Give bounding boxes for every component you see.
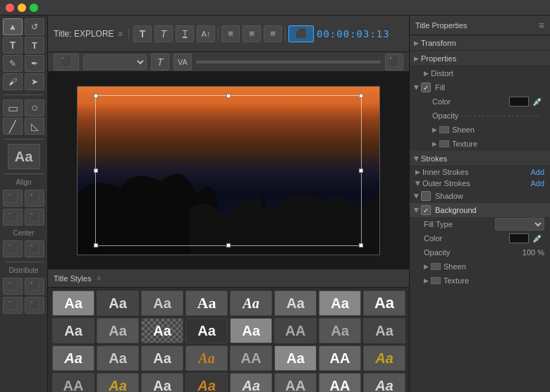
style-item[interactable]: Aa xyxy=(97,318,139,343)
style-item[interactable]: AA xyxy=(319,345,361,371)
style-item[interactable]: Aa xyxy=(230,290,272,316)
bg-sheen-row[interactable]: ▶ Sheen xyxy=(410,259,550,274)
title-menu-icon[interactable]: ≡ xyxy=(118,30,123,38)
sheen-row[interactable]: ▶ Sheen xyxy=(410,123,550,137)
style-item[interactable]: Aa xyxy=(274,290,317,316)
media-btn[interactable]: ⬛ xyxy=(54,54,79,71)
tab-stops-btn[interactable]: ⬛ xyxy=(288,25,314,42)
style-item[interactable]: AA xyxy=(52,373,94,392)
distribute-2[interactable]: ⬛ xyxy=(3,297,23,314)
style-item[interactable]: Aa xyxy=(97,290,139,316)
paint-tool[interactable]: 🖌 xyxy=(3,73,23,90)
style-item[interactable]: Aa xyxy=(185,373,228,392)
line-tool[interactable]: ╱ xyxy=(3,118,23,135)
style-item[interactable]: Aa xyxy=(230,373,272,392)
align-center-btn[interactable]: ≡ xyxy=(243,25,261,42)
shadow-row[interactable]: ▶ Shadow xyxy=(410,189,550,203)
font-size-up[interactable]: A↑ xyxy=(197,25,215,42)
type-style-btn[interactable]: Aa xyxy=(8,144,40,169)
align-center-h[interactable]: ⬛ xyxy=(25,190,44,207)
bg-eyedropper[interactable]: 💉 xyxy=(531,233,544,243)
close-button[interactable] xyxy=(6,4,14,12)
style-item[interactable]: Aa xyxy=(319,318,361,343)
rotate-tool[interactable]: ↺ xyxy=(25,18,44,35)
select-tool[interactable]: ▲ xyxy=(3,18,23,35)
path-tool[interactable]: ✎ xyxy=(3,55,23,72)
style-item[interactable]: Aa xyxy=(230,318,272,343)
maximize-button[interactable] xyxy=(30,4,38,12)
style-item[interactable]: Aa xyxy=(141,345,183,371)
font-style-underline[interactable]: T̲ xyxy=(176,25,194,42)
font-style-bold[interactable]: T xyxy=(133,25,152,42)
properties-section[interactable]: ▶ Properties xyxy=(410,51,550,66)
ellipse-tool[interactable]: ○ xyxy=(25,99,44,116)
align-right-btn[interactable]: ≡ xyxy=(264,25,282,42)
style-item[interactable]: Aa xyxy=(141,290,183,316)
shadow-checkbox[interactable] xyxy=(421,191,431,201)
style-item[interactable]: Aa xyxy=(185,345,228,371)
style-item[interactable]: Aa xyxy=(52,345,94,371)
fill-checkbox[interactable] xyxy=(421,82,431,92)
distribute-3[interactable]: ⬛ xyxy=(25,297,44,314)
transform-label: Transform xyxy=(421,39,456,47)
inner-strokes-row: ▶ Inner Strokes Add xyxy=(410,166,550,178)
minimize-button[interactable] xyxy=(18,4,26,12)
arrow-tool[interactable]: ➤ xyxy=(25,73,44,90)
distribute-v[interactable]: ⬛ xyxy=(25,278,44,295)
wedge-tool[interactable]: ◺ xyxy=(25,118,44,135)
style-item[interactable]: Aa xyxy=(52,318,94,343)
transform-section[interactable]: ▶ Transform xyxy=(410,35,550,51)
style-item[interactable]: Aa xyxy=(185,318,228,343)
style-item[interactable]: Aa xyxy=(97,345,139,371)
style-item[interactable]: Aa xyxy=(141,318,183,343)
style-item[interactable]: Aa xyxy=(274,345,317,371)
align-center-v[interactable]: ⬛ xyxy=(25,209,44,226)
bg-texture-row[interactable]: ▶ Texture xyxy=(410,274,550,288)
style-item[interactable]: Aa xyxy=(363,345,405,371)
style-item[interactable]: Aa xyxy=(141,373,183,392)
outer-strokes-add[interactable]: Add xyxy=(530,179,544,188)
font-style-italic[interactable]: T xyxy=(154,25,173,42)
style-item[interactable]: Aa xyxy=(363,373,405,392)
style-item[interactable]: Aa xyxy=(319,290,361,316)
fill-eyedropper[interactable]: 💉 xyxy=(531,97,544,106)
fill-row[interactable]: ▶ Fill xyxy=(410,80,550,94)
style-item[interactable]: Aa xyxy=(52,290,94,316)
style-item[interactable]: Aa xyxy=(185,290,228,316)
style-item[interactable]: Aa xyxy=(363,290,405,316)
bg-color-swatch[interactable] xyxy=(509,233,529,243)
style-item[interactable]: AA xyxy=(319,373,361,392)
distort-row[interactable]: ▶ Distort xyxy=(410,66,550,80)
shadow-label: Shadow xyxy=(435,192,463,200)
center-h[interactable]: ⬛ xyxy=(3,240,23,257)
style-item[interactable]: AA xyxy=(230,345,272,371)
opacity-slider[interactable] xyxy=(461,116,542,116)
center-v[interactable]: ⬛ xyxy=(25,240,44,257)
text-tool[interactable]: T xyxy=(3,37,23,54)
inner-strokes-add[interactable]: Add xyxy=(530,168,544,176)
background-checkbox[interactable] xyxy=(421,205,431,215)
kern-slider[interactable] xyxy=(196,61,381,63)
panel-menu-icon[interactable]: ≡ xyxy=(539,20,544,31)
font-select[interactable] xyxy=(83,54,147,70)
style-item[interactable]: Aa xyxy=(363,318,405,343)
align-top[interactable]: ⬛ xyxy=(3,209,23,226)
distribute-h[interactable]: ⬛ xyxy=(3,278,23,295)
rect-tool[interactable]: ▭ xyxy=(3,99,23,116)
style-item[interactable]: AA xyxy=(274,318,317,343)
text-style-2[interactable]: VA xyxy=(173,54,192,71)
texture-row[interactable]: ▶ Texture xyxy=(410,137,550,151)
fill-color-swatch[interactable] xyxy=(509,97,529,106)
style-item[interactable]: AA xyxy=(274,373,317,392)
pen-tool[interactable]: ✒ xyxy=(25,55,44,72)
style-item[interactable]: Aa xyxy=(97,373,139,392)
align-left[interactable]: ⬛ xyxy=(3,190,23,207)
vertical-text-tool[interactable]: T xyxy=(25,37,44,54)
bottom-panel-menu[interactable]: ≡ xyxy=(97,274,101,282)
text-italic-2[interactable]: T xyxy=(151,54,169,71)
background-row[interactable]: ▶ Background xyxy=(410,203,550,217)
extra-btn[interactable]: ⬛ xyxy=(385,54,403,71)
align-left-btn[interactable]: ≡ xyxy=(221,25,240,42)
strokes-section[interactable]: ▶ Strokes xyxy=(410,151,550,166)
fill-type-select[interactable] xyxy=(495,218,544,231)
